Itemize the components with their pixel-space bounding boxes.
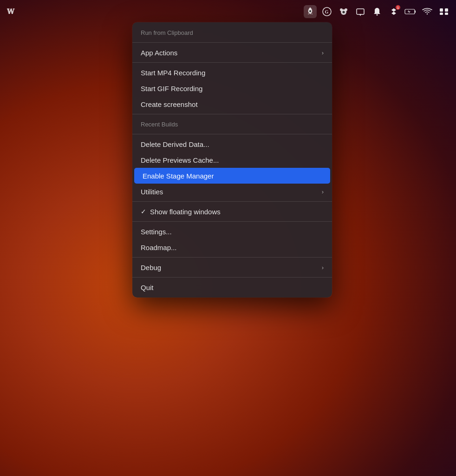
menu-item-show-floating-windows[interactable]: ✓ Show floating windows: [132, 204, 332, 219]
svg-text:G: G: [325, 9, 329, 14]
svg-point-5: [340, 8, 343, 11]
svg-text:𝕎: 𝕎: [7, 8, 15, 15]
control-center-icon[interactable]: [437, 5, 450, 18]
rocket-app-icon[interactable]: [304, 5, 317, 18]
screen-icon[interactable]: [354, 5, 367, 18]
divider-3: [132, 114, 332, 114]
divider-1: [132, 42, 332, 43]
wifi-icon[interactable]: [421, 5, 434, 18]
dropbox-icon[interactable]: 1: [387, 5, 400, 18]
menu-item-settings[interactable]: Settings...: [132, 224, 332, 239]
menu-item-quit[interactable]: Quit: [132, 279, 332, 295]
menu-item-app-actions[interactable]: App Actions ›: [132, 45, 332, 60]
battery-icon[interactable]: [404, 5, 417, 18]
divider-2: [132, 62, 332, 63]
menu-item-delete-derived[interactable]: Delete Derived Data...: [132, 136, 332, 152]
menu-item-utilities[interactable]: Utilities ›: [132, 184, 332, 199]
svg-rect-8: [357, 9, 364, 14]
notification-icon[interactable]: [371, 5, 384, 18]
menu-item-roadmap[interactable]: Roadmap...: [132, 239, 332, 255]
app-actions-arrow: ›: [322, 49, 324, 56]
svg-rect-13: [415, 11, 416, 13]
svg-rect-14: [440, 8, 443, 12]
svg-point-7: [343, 11, 345, 13]
bear-icon[interactable]: [337, 5, 350, 18]
divider-8: [132, 277, 332, 278]
menu-item-create-screenshot[interactable]: Create screenshot: [132, 96, 332, 112]
menubar-left-icons: 𝕎: [6, 5, 19, 18]
dropdown-menu: Run from Clipboard App Actions › Start M…: [132, 22, 332, 298]
divider-5: [132, 201, 332, 202]
svg-point-6: [345, 8, 347, 11]
svg-rect-15: [445, 8, 448, 12]
menu-item-start-gif[interactable]: Start GIF Recording: [132, 80, 332, 96]
debug-arrow: ›: [322, 264, 324, 271]
menu-item-start-mp4[interactable]: Start MP4 Recording: [132, 65, 332, 80]
menubar: 𝕎 G: [0, 0, 456, 23]
grammarly-icon[interactable]: G: [320, 5, 333, 18]
checkmark-icon: ✓: [141, 208, 146, 215]
svg-rect-16: [440, 13, 443, 15]
menu-item-debug[interactable]: Debug ›: [132, 259, 332, 275]
menu-item-enable-stage-manager[interactable]: Enable Stage Manager: [134, 168, 330, 184]
svg-point-11: [377, 14, 378, 16]
svg-point-1: [309, 10, 311, 12]
utilities-arrow: ›: [322, 188, 324, 195]
menu-item-recent-builds: Recent Builds: [132, 116, 332, 132]
divider-7: [132, 257, 332, 258]
dropdown-menu-container: Run from Clipboard App Actions › Start M…: [132, 22, 332, 298]
menu-item-run-from-clipboard: Run from Clipboard: [132, 25, 332, 40]
svg-rect-17: [445, 13, 448, 15]
menu-item-delete-previews[interactable]: Delete Previews Cache...: [132, 152, 332, 168]
divider-4: [132, 134, 332, 134]
we-icon[interactable]: 𝕎: [6, 5, 19, 18]
divider-6: [132, 221, 332, 222]
